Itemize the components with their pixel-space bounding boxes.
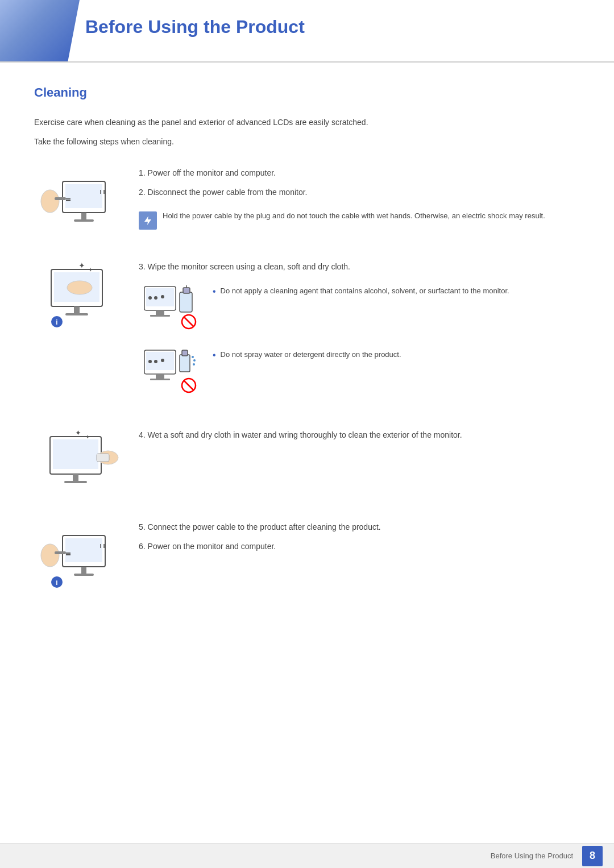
step4-illustration: ✦ ✦ [34, 426, 125, 500]
no-cleaning-agent-illustration [139, 281, 201, 332]
bullet-3b: • [213, 349, 216, 362]
svg-rect-28 [180, 292, 192, 312]
page-footer: Before Using the Product 8 [0, 843, 614, 868]
step4-content: 4. Wet a soft and dry cloth in water and… [139, 426, 580, 448]
svg-rect-50 [64, 481, 87, 483]
svg-point-39 [161, 359, 164, 362]
svg-rect-58 [74, 574, 94, 576]
svg-rect-36 [150, 379, 170, 380]
svg-text:i: i [56, 579, 57, 587]
svg-point-44 [193, 363, 195, 366]
svg-rect-61 [66, 553, 70, 554]
svg-rect-62 [66, 554, 70, 555]
svg-rect-14 [74, 306, 80, 313]
svg-text:✦: ✦ [78, 261, 85, 270]
step2-text: 2. Disconnect the power cable from the m… [139, 186, 580, 198]
sub-step-3a-image [139, 281, 201, 332]
step3-content: 3. Wipe the monitor screen using a clean… [139, 258, 580, 408]
step1-image [34, 164, 125, 238]
step3-image: i ✦ ✦ [34, 258, 125, 332]
svg-rect-41 [182, 350, 188, 356]
step5-text: 5. Connect the power cable to the produc… [139, 521, 580, 533]
header-accent-block [0, 0, 80, 63]
svg-point-25 [148, 296, 152, 300]
section-title: Cleaning [34, 85, 580, 100]
svg-point-16 [67, 281, 92, 294]
svg-point-38 [154, 360, 157, 363]
step56-image: i [34, 518, 125, 592]
svg-point-43 [193, 359, 196, 362]
svg-rect-57 [81, 567, 86, 574]
no-water-spray-illustration [139, 344, 201, 396]
svg-text:✦: ✦ [85, 434, 90, 440]
page-title: Before Using the Product [85, 10, 305, 38]
svg-text:✦: ✦ [75, 429, 81, 437]
svg-marker-11 [144, 216, 151, 225]
svg-rect-1 [65, 184, 102, 208]
step-row-3: i ✦ ✦ 3. Wipe the monitor screen using a… [34, 258, 580, 408]
svg-point-27 [161, 295, 164, 298]
svg-line-46 [184, 380, 194, 391]
svg-point-59 [41, 544, 59, 567]
sub-steps-3: • Do not apply a cleaning agent that con… [139, 281, 580, 396]
svg-rect-2 [81, 213, 86, 219]
svg-rect-48 [53, 439, 98, 469]
svg-rect-40 [180, 355, 190, 372]
step-row-1: 1. Power off the monitor and computer. 2… [34, 164, 580, 240]
intro-text-1: Exercise care when cleaning as the panel… [34, 116, 580, 128]
svg-rect-15 [65, 313, 88, 315]
svg-text:i: i [56, 318, 57, 326]
step-row-56: i 5. Connect the power cable to the prod… [34, 518, 580, 592]
svg-rect-52 [97, 454, 109, 462]
svg-rect-56 [65, 538, 102, 562]
step3-text: 3. Wipe the monitor screen using a clean… [139, 260, 580, 273]
svg-rect-5 [55, 197, 66, 200]
page-number: 8 [582, 846, 603, 866]
step1-content: 1. Power off the monitor and computer. 2… [139, 164, 580, 240]
step-row-4: ✦ ✦ 4. Wet a soft and dry cloth in water… [34, 426, 580, 500]
step56-illustration: i [34, 518, 125, 592]
warning-box-1: Hold the power cable by the plug and do … [139, 206, 580, 234]
step4-image: ✦ ✦ [34, 426, 125, 500]
sub-step-3a-text: • Do not apply a cleaning agent that con… [213, 281, 580, 298]
step1-illustration [34, 164, 125, 238]
lightning-icon [142, 215, 154, 226]
intro-text-2: Take the following steps when cleaning. [34, 135, 580, 148]
svg-rect-23 [156, 310, 164, 315]
sub-step-3b-image [139, 344, 201, 396]
svg-text:✦: ✦ [88, 267, 93, 273]
page-header: Before Using the Product [0, 0, 614, 63]
svg-rect-24 [150, 315, 170, 317]
svg-point-4 [41, 190, 59, 213]
step6-text: 6. Power on the monitor and computer. [139, 540, 580, 553]
svg-line-32 [184, 317, 194, 327]
step4-text: 4. Wet a soft and dry cloth in water and… [139, 429, 580, 441]
sub-step-3a: • Do not apply a cleaning agent that con… [139, 281, 580, 332]
step3-illustration: i ✦ ✦ [34, 258, 125, 332]
step1-text: 1. Power off the monitor and computer. [139, 167, 580, 179]
svg-point-42 [192, 356, 194, 358]
bullet-3a: • [213, 285, 216, 298]
footer-text: Before Using the Product [491, 852, 573, 860]
sub-step-3b: • Do not spray water or detergent direct… [139, 344, 580, 396]
main-content: Cleaning Exercise care when cleaning as … [0, 63, 614, 645]
svg-rect-3 [74, 219, 94, 222]
sub-step-3b-text: • Do not spray water or detergent direct… [213, 344, 580, 362]
svg-rect-35 [156, 374, 164, 379]
step56-content: 5. Connect the power cable to the produc… [139, 518, 580, 560]
svg-rect-7 [66, 200, 70, 201]
svg-rect-6 [66, 198, 70, 200]
svg-rect-49 [73, 474, 78, 481]
svg-rect-60 [55, 551, 66, 554]
warning-icon-1 [139, 211, 157, 230]
warning-text-1: Hold the power cable by the plug and do … [163, 210, 545, 222]
svg-point-37 [148, 360, 152, 363]
steps-container: 1. Power off the monitor and computer. 2… [34, 164, 580, 592]
svg-rect-29 [183, 288, 190, 293]
svg-point-26 [154, 296, 157, 300]
